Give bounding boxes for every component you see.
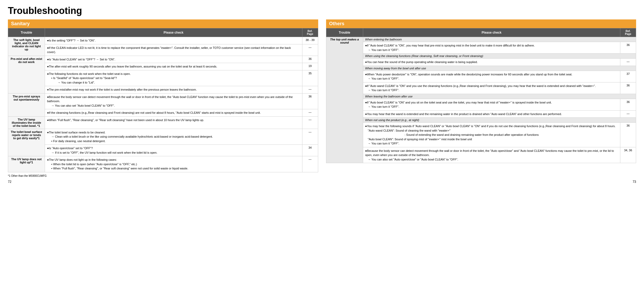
sanitary-title: Sanitary (8, 19, 318, 28)
check-cell: ●Is the setting "OFF"? → Set to "ON". (45, 37, 302, 44)
ref-cell: — (302, 156, 318, 172)
ref-cell: 36 (302, 56, 318, 63)
table-row: ●You can hear the sound of the pump oper… (326, 59, 636, 66)
table-row: ●Is "Auto open/close" set to "OFF"? → If… (8, 145, 318, 156)
table-row: The toilet bowl surface repels water or … (8, 129, 318, 145)
subsection-header-text: When entering the bathroom (363, 37, 636, 42)
page-numbers: 72 73 (8, 180, 636, 184)
ref-cell: — (620, 59, 636, 66)
ref-cell: — (302, 129, 318, 145)
subsection-header: When using the cleansing functions (Rear… (326, 54, 636, 59)
subsection-header: When not using the product (e.g., at nig… (326, 118, 636, 123)
check-cell: ●Is "Auto bowl CLEAN" set to "OFF"? → Se… (45, 56, 302, 63)
page-right: 73 (633, 180, 636, 184)
subsection-header-text: When using the cleansing functions (Rear… (363, 54, 636, 59)
subsection-header: The top unit makes a soundWhen entering … (326, 37, 636, 42)
ref-cell: 35 (302, 70, 318, 86)
table-row: ●The after-mist will work roughly 90 sec… (8, 63, 318, 70)
subsection-header: When leaving the bathroom after use (326, 94, 636, 99)
ref-cell: 36 (620, 82, 636, 94)
main-trouble-cell: The top unit makes a sound (326, 37, 363, 163)
others-title: Others (326, 19, 636, 28)
table-row: The UV lamp does not light up*1●The UV l… (8, 156, 318, 172)
ref-cell: 36 (620, 99, 636, 110)
subsection-header-text: When moving away from the bowl unit afte… (363, 66, 636, 71)
check-cell: ●The after-mist will work roughly 90 sec… (45, 63, 302, 70)
check-cell: ●You may hear that the wand is extended … (363, 110, 620, 118)
check-cell: ●If "Auto bowl CLEAN" is "ON", you may h… (363, 42, 620, 54)
ref-cell: 36 (302, 93, 318, 109)
ref-cell: — (302, 86, 318, 94)
trouble-cell: The toilet bowl surface repels water or … (8, 129, 45, 156)
footnote: *1 Other than the MS900CUMFG (8, 174, 318, 177)
subsection-header-text: When leaving the bathroom after use (363, 94, 636, 99)
trouble-cell: The UV lamp illuminates the inside of th… (8, 116, 45, 129)
check-cell: ●Is "Auto open/close" set to "OFF"? → If… (45, 145, 302, 156)
others-col-ref: Ref. Page (620, 28, 636, 37)
table-row: ●You may hear that the wand is extended … (326, 110, 636, 118)
others-table: Trouble Please check Ref. Page The top u… (326, 28, 636, 163)
subsection-header-text: When not using the product (e.g., at nig… (363, 118, 636, 123)
sanitary-col-trouble: Trouble (8, 28, 45, 37)
check-cell: ●When "Auto power deodorizer" is "ON", o… (363, 71, 620, 82)
page-title: Troubleshooting (8, 5, 636, 16)
check-cell: ●The UV lamp does not light up in the fo… (45, 156, 302, 172)
others-col-check: Please check (363, 28, 620, 37)
ref-cell: 34 (302, 145, 318, 156)
ref-cell: — (302, 109, 318, 117)
check-cell: ●When "Full flush", "Rear cleansing", or… (45, 116, 302, 129)
check-cell: ●If "Auto bowl CLEAN" is "ON" and you si… (363, 99, 620, 110)
ref-cell: 34, 36 (620, 147, 636, 163)
others-section: Others Trouble Please check Ref. Page Th… (326, 19, 636, 163)
sanitary-table: Trouble Please check Ref. Page The soft … (8, 28, 318, 172)
table-row: ●The pre-mist/after-mist may not work if… (8, 86, 318, 94)
table-row: ●If the CLEAN indicator LED is not lit, … (8, 44, 318, 56)
table-row: ●The following functions do not work whe… (8, 70, 318, 86)
table-row: The UV lamp illuminates the inside of th… (8, 116, 318, 129)
others-col-trouble: Trouble (326, 28, 363, 37)
check-cell: ●If "Auto wand CLEAN" is "ON" and you us… (363, 82, 620, 94)
page-left: 72 (8, 180, 11, 184)
check-cell: ●You may hear the following sounds if "A… (363, 123, 620, 147)
ref-cell: — (620, 110, 636, 118)
check-cell: ●You can hear the sound of the pump oper… (363, 59, 620, 66)
sanitary-col-check: Please check (45, 28, 302, 37)
subsection-header: When moving away from the bowl unit afte… (326, 66, 636, 71)
trouble-cell: The UV lamp does not light up*1 (8, 156, 45, 172)
check-cell: ●Because the body sensor can detect move… (45, 93, 302, 109)
page-layout: Sanitary Trouble Please check Ref. Page … (8, 19, 636, 177)
ref-cell: 19 (302, 63, 318, 70)
ref-cell: 37 (620, 71, 636, 82)
table-row: ●If "Auto wand CLEAN" is "ON" and you us… (326, 82, 636, 94)
sanitary-section: Sanitary Trouble Please check Ref. Page … (8, 19, 318, 177)
trouble-cell: The soft light, bowl light, and CLEAN in… (8, 37, 45, 56)
table-row: ●If "Auto bowl CLEAN" is "ON" and you si… (326, 99, 636, 110)
table-row: ●Because the body sensor can detect move… (326, 147, 636, 163)
check-cell: ●The following functions do not work whe… (45, 70, 302, 86)
ref-cell: 36 (620, 42, 636, 54)
table-row: Pre-mist and after-mist do not work●Is "… (8, 56, 318, 63)
table-row: The soft light, bowl light, and CLEAN in… (8, 37, 318, 44)
ref-cell: 38 - 39 (302, 37, 318, 44)
check-cell: ●The toilet bowl surface needs to be cle… (45, 129, 302, 145)
table-row: ●When "Auto power deodorizer" is "ON", o… (326, 71, 636, 82)
table-row: The pre-mist sprays out spontaneously●Be… (8, 93, 318, 109)
check-cell: ●If the cleansing functions (e.g.,Rear c… (45, 109, 302, 117)
table-row: ●You may hear the following sounds if "A… (326, 123, 636, 147)
ref-cell: — (302, 116, 318, 129)
ref-cell: — (302, 44, 318, 56)
check-cell: ●If the CLEAN indicator LED is not lit, … (45, 44, 302, 56)
sanitary-col-ref: Ref. Page (302, 28, 318, 37)
trouble-cell: Pre-mist and after-mist do not work (8, 56, 45, 93)
check-cell: ●The pre-mist/after-mist may not work if… (45, 86, 302, 94)
ref-cell: 36 (620, 123, 636, 147)
trouble-cell: The pre-mist sprays out spontaneously (8, 93, 45, 116)
table-row: ●If "Auto bowl CLEAN" is "ON", you may h… (326, 42, 636, 54)
table-row: ●If the cleansing functions (e.g.,Rear c… (8, 109, 318, 117)
check-cell: ●Because the body sensor can detect move… (363, 147, 620, 163)
